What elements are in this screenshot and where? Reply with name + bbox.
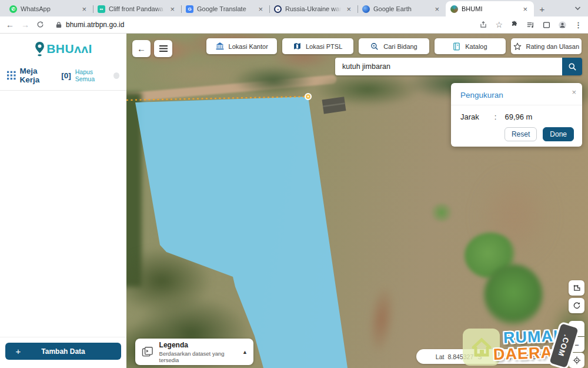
map-icon [293, 42, 301, 50]
sidebar-divider [0, 90, 126, 91]
tab-close-icon[interactable]: × [433, 5, 441, 14]
jarak-separator: : [495, 112, 497, 121]
back-icon[interactable]: ← [6, 21, 14, 29]
reading-list-icon[interactable] [526, 21, 535, 29]
legend-title: Legenda [159, 341, 238, 349]
jarak-value: 69,96 m [505, 112, 532, 121]
rating-ulasan-button[interactable]: Rating dan Ulasan [511, 38, 582, 54]
polygon-tool-icon [573, 284, 581, 292]
reload-icon[interactable] [36, 21, 44, 29]
meja-kerja-count: [0] [61, 71, 71, 80]
map-menu-button[interactable] [154, 40, 172, 57]
kebab-menu-icon[interactable]: ⋮ [574, 21, 582, 29]
new-tab-button[interactable]: + [535, 2, 549, 16]
bank-icon [216, 42, 224, 50]
rotate-refresh-icon [573, 301, 581, 310]
profile-avatar-icon[interactable] [558, 21, 567, 29]
extensions-icon[interactable] [510, 21, 519, 29]
legend-layers-icon [141, 345, 154, 359]
reset-orientation-button[interactable] [569, 298, 584, 313]
bhumi-favicon [450, 5, 458, 13]
bhumi-pin-icon [34, 41, 45, 57]
collapse-caret-icon[interactable]: ▲ [242, 349, 248, 355]
measure-tool-button[interactable] [569, 280, 584, 296]
reset-button[interactable]: Reset [505, 127, 537, 141]
translate-icon: G [186, 5, 193, 13]
meja-kerja-row: Meja Kerja [0] Hapus Semua [0, 57, 126, 90]
url-box[interactable]: bhumi.atrbpn.go.id [56, 21, 124, 29]
tambah-data-button[interactable]: + Tambah Data [5, 343, 121, 360]
tab-close-icon[interactable]: × [521, 5, 529, 14]
tab-whatsapp[interactable]: ✆ WhatsApp × [5, 1, 93, 16]
long-value: 115.19517 °T [514, 353, 551, 360]
map-toolbar: Lokasi Kantor Lokasi PTSL Cari Bidang Ka… [206, 38, 582, 54]
long-label: Long [497, 353, 510, 360]
bookmark-star-icon[interactable]: ☆ [495, 20, 503, 29]
catalog-icon [453, 42, 460, 51]
legend-panel[interactable]: Legenda Berdasarkan dataset yang tersedi… [135, 339, 253, 365]
news-icon: ◖ [274, 5, 282, 13]
whatsapp-icon: ✆ [9, 5, 17, 13]
katalog-button[interactable]: Katalog [435, 38, 505, 54]
meja-kerja-label: Meja Kerja [20, 67, 56, 84]
browser-address-bar: ← → bhumi.atrbpn.go.id ☆ ⋮ [0, 16, 588, 34]
search-parcel-icon [370, 42, 379, 51]
side-panel-icon[interactable] [543, 21, 550, 29]
tab-close-icon[interactable]: × [80, 5, 88, 14]
tab-news-article[interactable]: ◖ Russia-Ukraine war: Xi to … × [269, 1, 358, 16]
map-back-button[interactable]: ← [132, 40, 151, 57]
building-footprint [322, 97, 346, 114]
tab-search-chevron-icon[interactable] [574, 2, 581, 13]
tab-close-icon[interactable]: × [345, 5, 353, 14]
map-search-bar [335, 58, 582, 75]
done-button[interactable]: Done [543, 127, 574, 141]
tab-close-icon[interactable]: × [168, 5, 176, 14]
star-icon [513, 42, 522, 51]
forward-icon[interactable]: → [21, 21, 29, 29]
measurement-panel: Pengukuran × Jarak : 69,96 m Reset Done [451, 83, 582, 147]
hapus-semua-button[interactable]: Hapus Semua [75, 68, 119, 82]
browser-tab-strip: ✆ WhatsApp × ▪▪ Cliff front Pandawa 93 a… [0, 0, 588, 16]
clear-all-icon [113, 72, 119, 79]
logo-text: BHUᴧᴧI [46, 42, 92, 56]
hamburger-icon [159, 45, 168, 52]
workspace-grid-icon [7, 71, 16, 80]
tab-close-icon[interactable]: × [256, 5, 265, 14]
sidebar-bottom-divider [0, 337, 126, 337]
plus-icon: + [5, 346, 31, 356]
measurement-endpoint-dot [308, 96, 309, 98]
marketplace-icon: ▪▪ [98, 5, 105, 13]
zoom-in-button[interactable]: + [569, 321, 584, 336]
lock-icon [56, 21, 62, 28]
tab-pandawa-listing[interactable]: ▪▪ Cliff front Pandawa 93 are × [93, 1, 181, 16]
app-sidebar: BHUᴧᴧI Meja Kerja [0] Hapus Semua + Tamb… [0, 34, 126, 368]
lokasi-ptsl-button[interactable]: Lokasi PTSL [282, 38, 353, 54]
tab-bhumi-active[interactable]: BHUMI × [446, 1, 534, 16]
crosshair-target-icon [573, 356, 581, 364]
my-location-button[interactable] [569, 353, 584, 368]
map-canvas[interactable]: ← Lokasi Kantor Lokasi PTSL Cari Bidang … [126, 34, 588, 368]
coordinates-readout: Lat 8.845327 °S Long 115.19517 °T [416, 349, 570, 364]
lokasi-kantor-button[interactable]: Lokasi Kantor [206, 38, 277, 54]
earth-icon [362, 5, 370, 13]
cari-bidang-button[interactable]: Cari Bidang [359, 38, 429, 54]
panel-title: Pengukuran [451, 83, 582, 105]
share-icon[interactable] [479, 21, 487, 29]
jarak-label: Jarak [460, 112, 479, 121]
tab-google-translate[interactable]: G Google Translate × [181, 1, 269, 16]
tab-google-earth[interactable]: Google Earth × [358, 1, 446, 16]
search-input[interactable] [335, 58, 562, 75]
search-button[interactable] [562, 58, 582, 75]
url-text: bhumi.atrbpn.go.id [66, 21, 124, 29]
lat-label: Lat [436, 353, 445, 360]
land-parcel-polygon[interactable] [135, 97, 348, 368]
search-icon [568, 62, 577, 71]
lat-value: 8.845327 °S [447, 353, 482, 360]
zoom-out-button[interactable]: − [569, 337, 584, 352]
bhumi-logo: BHUᴧᴧI [0, 34, 126, 57]
legend-subtitle: Berdasarkan dataset yang tersedia [159, 350, 238, 363]
close-icon[interactable]: × [572, 88, 576, 97]
